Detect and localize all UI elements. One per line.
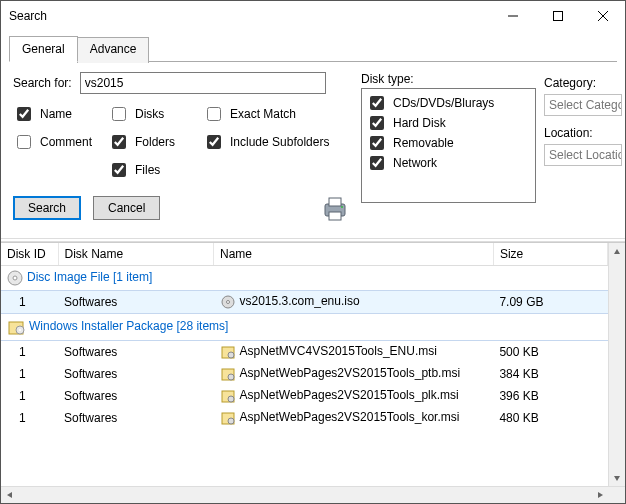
maximize-button[interactable] [535,2,580,31]
results-area: Disk ID Disk Name Name Size Disc Image F… [1,242,625,486]
iso-file-icon [220,294,236,310]
header-row: Disk ID Disk Name Name Size [1,243,608,266]
svg-point-7 [341,206,343,208]
scroll-down-arrow[interactable] [609,469,625,486]
svg-point-11 [226,301,229,304]
location-label: Location: [544,126,622,140]
chk-files[interactable]: Files [108,160,203,180]
chk-comment-box[interactable] [17,135,31,149]
tab-general[interactable]: General [9,36,78,62]
chk-exact[interactable]: Exact Match [203,104,353,124]
svg-marker-23 [614,249,620,254]
chk-disks[interactable]: Disks [108,104,203,124]
msi-file-icon [220,388,236,404]
disc-image-icon [7,270,23,286]
search-button[interactable]: Search [13,196,81,220]
search-for-label: Search for: [13,76,72,90]
chk-comment[interactable]: Comment [13,132,108,152]
scroll-left-arrow[interactable] [1,487,18,503]
disk-type-list: CDs/DVDs/Blurays Hard Disk Removable Net… [361,88,536,203]
col-diskid[interactable]: Disk ID [1,243,58,266]
group-disc-image[interactable]: Disc Image File [1 item] [1,266,608,291]
table-row[interactable]: 1 Softwares AspNetWebPages2VS2015Tools_p… [1,363,608,385]
chk-disks-box[interactable] [112,107,126,121]
svg-rect-6 [329,212,341,220]
col-size[interactable]: Size [493,243,607,266]
tab-advance-label: Advance [90,42,137,56]
svg-point-16 [228,352,234,358]
svg-rect-1 [553,12,562,21]
table-row[interactable]: 1 Softwares AspNetWebPages2VS2015Tools_k… [1,407,608,429]
chk-cds[interactable]: CDs/DVDs/Blurays [366,93,531,113]
category-label: Category: [544,76,622,90]
scroll-up-arrow[interactable] [609,243,625,260]
window-title: Search [9,9,490,23]
search-input[interactable] [80,72,326,94]
size-grip[interactable] [608,487,625,503]
cancel-button[interactable]: Cancel [93,196,160,220]
svg-rect-5 [329,198,341,206]
printer-icon[interactable] [317,190,353,226]
tab-advance[interactable]: Advance [77,37,150,63]
msi-file-icon [220,344,236,360]
category-select[interactable]: Select Category [544,94,622,116]
svg-marker-25 [7,492,12,498]
chk-folders[interactable]: Folders [108,132,203,152]
table-row[interactable]: 1 Softwares AspNetWebPages2VS2015Tools_p… [1,385,608,407]
svg-point-14 [19,329,21,331]
chk-include[interactable]: Include Subfolders [203,132,353,152]
tab-strip: General Advance [9,35,617,62]
svg-marker-26 [598,492,603,498]
location-select[interactable]: Select Location [544,144,622,166]
svg-point-22 [228,418,234,424]
disk-type-label: Disk type: [361,72,536,86]
group-msi[interactable]: Windows Installer Package [28 items] [1,314,608,341]
horizontal-scrollbar[interactable] [1,486,625,503]
col-name[interactable]: Name [214,243,494,266]
col-diskname[interactable]: Disk Name [58,243,214,266]
table-row[interactable]: 1 Softwares vs2015.3.com_enu.iso 7.09 GB [1,291,608,314]
msi-file-icon [220,410,236,426]
svg-marker-24 [614,476,620,481]
chk-removable[interactable]: Removable [366,133,531,153]
search-panel: General Advance Search for: Name Disks E… [1,31,625,238]
svg-point-18 [228,374,234,380]
msi-file-icon [220,366,236,382]
close-button[interactable] [580,2,625,31]
svg-point-9 [13,276,17,280]
table-row[interactable]: 1 Softwares AspNetMVC4VS2015Tools_ENU.ms… [1,341,608,364]
chk-name[interactable]: Name [13,104,108,124]
tab-general-label: General [22,42,65,56]
svg-point-20 [228,396,234,402]
chk-hdd[interactable]: Hard Disk [366,113,531,133]
chk-network[interactable]: Network [366,153,531,173]
chk-files-box[interactable] [112,163,126,177]
minimize-button[interactable] [490,2,535,31]
titlebar: Search [1,1,625,31]
side-filters: Category: Select Category Location: Sele… [544,72,622,166]
disk-type-section: Disk type: CDs/DVDs/Blurays Hard Disk Re… [361,72,536,203]
chk-include-box[interactable] [207,135,221,149]
chk-folders-box[interactable] [112,135,126,149]
chk-name-box[interactable] [17,107,31,121]
results-grid[interactable]: Disk ID Disk Name Name Size Disc Image F… [1,243,608,486]
scroll-right-arrow[interactable] [591,487,608,503]
chk-exact-box[interactable] [207,107,221,121]
vertical-scrollbar[interactable] [608,243,625,486]
msi-installer-icon [7,318,25,336]
